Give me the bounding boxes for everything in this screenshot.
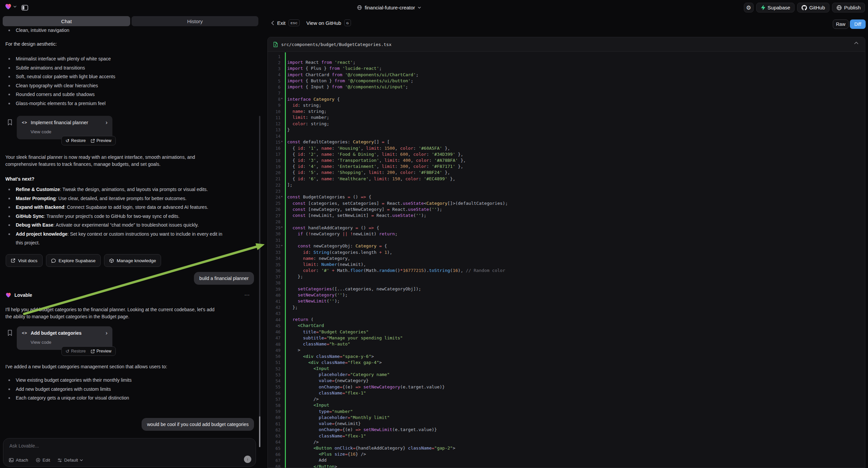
chevron-right-icon: › xyxy=(105,330,108,337)
restore-label: Restore xyxy=(71,349,86,353)
list-item: Clean typography with clear hierarchies xyxy=(5,81,252,90)
bookmark-icon[interactable] xyxy=(7,119,12,125)
publish-label: Publish xyxy=(844,5,861,10)
code-line: 20 { id: '5', name: 'Shopping', limit: 2… xyxy=(268,170,865,176)
code-line: 53 placeholder="Category name" xyxy=(268,372,865,378)
chevron-down-icon xyxy=(13,6,17,8)
lovable-heart-icon xyxy=(5,292,11,298)
assistant-name: Lovable xyxy=(14,292,32,298)
preview-button[interactable]: Preview xyxy=(91,349,112,353)
diff-toggle-button[interactable]: Diff xyxy=(850,20,866,29)
manage-knowledge-label: Manage knowledge xyxy=(117,258,156,263)
code-line: 4import ChartCard from '@/components/ui/… xyxy=(268,72,865,78)
publish-button[interactable]: Publish xyxy=(832,3,865,12)
view-on-github-button[interactable]: View on GitHub G xyxy=(306,20,351,26)
project-name: financial-future-creator xyxy=(365,5,415,10)
fold-chevron-icon[interactable]: ▾ xyxy=(281,244,282,247)
code-line: 37 }; xyxy=(268,273,865,280)
settings-button[interactable]: ⚙ xyxy=(744,3,753,12)
view-code-link[interactable]: View code xyxy=(31,129,51,134)
code-line: 54 value={newCategory} xyxy=(268,378,865,384)
list-item: Master Prompting: Use clear, detailed, a… xyxy=(5,194,252,203)
code-line: 61 value={newLimit} xyxy=(268,421,865,427)
collapse-file-button[interactable] xyxy=(854,41,858,44)
edit-mode-button[interactable]: Edit xyxy=(36,458,50,463)
lovable-logo-menu[interactable] xyxy=(5,3,17,10)
fold-chevron-icon[interactable]: ▾ xyxy=(281,226,282,229)
sliders-icon xyxy=(57,458,62,463)
added-bullet-list: View existing budget categories with the… xyxy=(5,376,252,403)
code-line: 47 subtitle="Manage your spending limits… xyxy=(268,335,865,341)
code-line: 36 color: '#' + Math.floor(Math.random()… xyxy=(268,268,865,273)
code-line: 18 { id: '3', name: 'Transportation', li… xyxy=(268,157,865,164)
github-button[interactable]: GitHub xyxy=(797,3,829,12)
chat-scrollbar-track[interactable] xyxy=(259,116,260,436)
bookmark-icon[interactable] xyxy=(7,330,12,336)
esc-shortcut-badge: ESC xyxy=(288,20,300,26)
list-item: Soft, neutral color palette with light b… xyxy=(5,72,252,81)
model-mode-select[interactable]: Default xyxy=(57,458,83,463)
file-header[interactable]: src/components/budget/BudgetCategories.t… xyxy=(268,37,865,52)
assistant-intro-paragraph: I'll help you add budget categories to t… xyxy=(5,306,252,320)
tab-chat[interactable]: Chat xyxy=(3,16,130,26)
project-switcher[interactable]: financial-future-creator xyxy=(357,3,421,12)
raw-toggle-button[interactable]: Raw xyxy=(833,20,848,29)
chat-input[interactable] xyxy=(9,442,211,455)
code-line: 1 xyxy=(268,53,865,59)
fold-chevron-icon[interactable]: ▾ xyxy=(281,195,282,198)
chat-panel: Chat History Clean, intuitive navigation… xyxy=(0,15,262,468)
code-line: 14 xyxy=(268,133,865,139)
design-heading: For the design aesthetic: xyxy=(5,40,252,48)
code-line: 5import { Button } from '@/components/ui… xyxy=(268,78,865,84)
g-shortcut-badge: G xyxy=(344,20,351,26)
manage-knowledge-button[interactable]: Manage knowledge xyxy=(104,254,161,267)
restore-button[interactable]: ↺ Restore xyxy=(65,138,86,143)
code-line: 44 return ( xyxy=(268,317,865,323)
diff-label: Diff xyxy=(854,22,861,27)
gear-icon: ⚙ xyxy=(746,4,751,11)
code-line: 25 const [categories, setCategories] = R… xyxy=(268,200,865,206)
lovable-heart-icon xyxy=(5,3,12,10)
list-item: Clean, intuitive navigation xyxy=(5,26,252,35)
code-line: 56 className="flex-1" xyxy=(268,390,865,396)
github-label: GitHub xyxy=(809,5,825,10)
view-code-link[interactable]: View code xyxy=(31,340,51,345)
code-line: 21 { id: '6', name: 'Healthcare', limit:… xyxy=(268,176,865,182)
code-line: 16 { id: '1', name: 'Housing', limit: 15… xyxy=(268,145,865,151)
code-line: 31 xyxy=(268,237,865,243)
code-line: 6import { Input } from '@/components/ui/… xyxy=(268,84,865,90)
diff-added-bar xyxy=(285,52,286,468)
panel-left-icon xyxy=(22,5,28,11)
preview-button[interactable]: Preview xyxy=(91,138,112,143)
code-content[interactable]: 12import React from 'react';3import { Pl… xyxy=(268,52,865,468)
chat-scrollbar-thumb[interactable] xyxy=(259,416,260,447)
exit-button[interactable]: Exit ESC xyxy=(271,20,300,26)
version-card-title: Add budget categories xyxy=(31,330,82,336)
list-item: Rounded corners and subtle shadows xyxy=(5,90,252,99)
target-icon xyxy=(36,458,40,463)
whats-next-list: Refine & Customize: Tweak the design, an… xyxy=(5,185,252,247)
version-card-title: Implement financial planner xyxy=(31,120,88,125)
assistant-message-header: Lovable xyxy=(5,292,32,298)
supabase-button[interactable]: Supabase xyxy=(756,3,795,12)
code-line: 2import React from 'react'; xyxy=(268,59,865,65)
code-line: 62 onChange={(e) => setNewLimit(e.target… xyxy=(268,427,865,433)
send-button[interactable]: ↑ xyxy=(244,456,251,463)
sidebar-toggle-button[interactable] xyxy=(20,3,30,12)
fold-chevron-icon[interactable]: ▾ xyxy=(281,140,282,143)
code-line: 33 id: String(categories.length + 1), xyxy=(268,250,865,256)
top-bar: financial-future-creator ⚙ Supabase GitH… xyxy=(0,0,868,15)
mode-label: Default xyxy=(64,458,78,463)
code-line: 42 }; xyxy=(268,304,865,311)
attach-button[interactable]: Attach xyxy=(9,458,28,463)
restore-button[interactable]: ↺ Restore xyxy=(65,349,86,353)
message-menu-button[interactable]: ⋯ xyxy=(244,292,250,298)
explore-supabase-button[interactable]: Explore Supabase xyxy=(46,254,101,267)
code-line: 40 setNewCategory(''); xyxy=(268,292,865,298)
code-line: 7 xyxy=(268,90,865,96)
visit-docs-button[interactable]: Visit docs xyxy=(6,254,42,267)
code-line: 19 { id: '4', name: 'Entertainment', lim… xyxy=(268,164,865,170)
fold-chevron-icon[interactable]: ▾ xyxy=(281,97,282,100)
chat-bubble-icon xyxy=(51,258,56,263)
tab-history[interactable]: History xyxy=(131,16,258,26)
